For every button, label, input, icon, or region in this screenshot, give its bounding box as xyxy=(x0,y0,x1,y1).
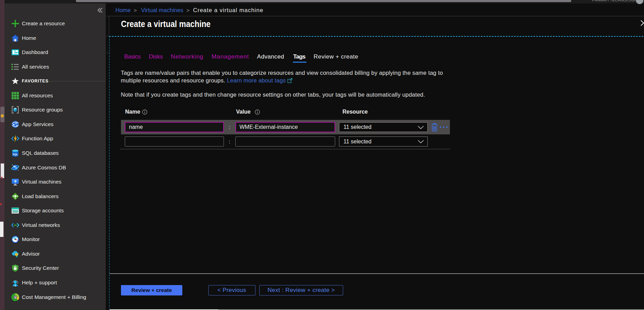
svg-text:SQL: SQL xyxy=(13,153,18,156)
